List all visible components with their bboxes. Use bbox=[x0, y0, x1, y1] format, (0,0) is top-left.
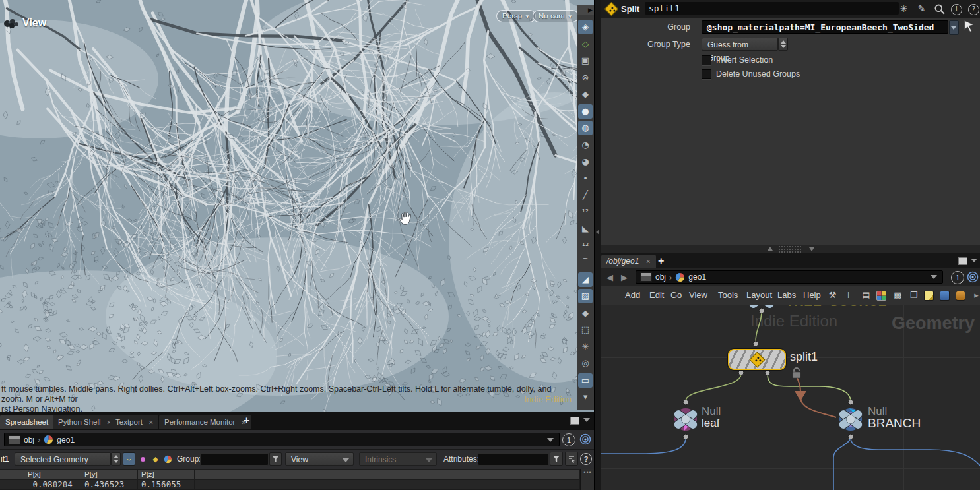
breadcrumb-node[interactable]: geo1 bbox=[57, 435, 75, 444]
ghost-other-objects-icon[interactable]: ◕ bbox=[578, 154, 593, 169]
help-icon[interactable]: ? bbox=[580, 453, 592, 465]
menu-labs[interactable]: Labs bbox=[777, 286, 796, 305]
selection-visibility-icon[interactable]: ◈ bbox=[578, 20, 593, 34]
background-image-icon[interactable] bbox=[940, 291, 950, 301]
path-dropdown-icon[interactable] bbox=[931, 275, 937, 279]
scroll-up-icon[interactable] bbox=[768, 247, 773, 251]
toolbar-overflow-icon[interactable]: ▸ bbox=[971, 290, 980, 301]
pane-maximize-icon[interactable] bbox=[958, 257, 967, 265]
menu-view[interactable]: View bbox=[689, 286, 707, 305]
tab-performance-monitor[interactable]: Performance Monitor✕ bbox=[159, 415, 251, 429]
sticky-note-icon[interactable] bbox=[924, 291, 934, 301]
scroll-down-icon[interactable] bbox=[809, 247, 814, 251]
collapse-left-icon[interactable] bbox=[596, 230, 599, 235]
invert-selection-checkbox[interactable] bbox=[702, 55, 711, 65]
network-breadcrumb[interactable]: obj › geo1 bbox=[636, 270, 943, 284]
prim-normals-icon[interactable]: ◣ bbox=[578, 222, 593, 236]
normal-lighting-icon[interactable]: ● bbox=[578, 104, 593, 119]
close-icon[interactable]: ✕ bbox=[148, 419, 154, 426]
group-filter-icon[interactable] bbox=[269, 452, 282, 466]
divider-grip[interactable] bbox=[596, 479, 601, 488]
shape-palette-icon[interactable]: ▩ bbox=[892, 290, 903, 301]
breadcrumb-node[interactable]: geo1 bbox=[688, 272, 706, 282]
nav-back-icon[interactable]: ◀ bbox=[606, 268, 613, 286]
brush-icon[interactable]: ✎ bbox=[916, 3, 927, 15]
point-numbers-icon[interactable]: ¹² bbox=[578, 205, 593, 220]
scroll-grip[interactable] bbox=[778, 245, 802, 253]
profile-curves-icon[interactable]: ⌒ bbox=[578, 255, 593, 270]
node-branch[interactable] bbox=[837, 408, 864, 431]
snapping-icon[interactable]: ◇ bbox=[578, 37, 593, 51]
point-normals-icon[interactable]: ╱ bbox=[578, 188, 593, 202]
breadcrumb-network[interactable]: obj bbox=[24, 435, 34, 444]
list-view-icon[interactable]: ▤ bbox=[861, 290, 872, 301]
column-header-pz[interactable]: P[z] bbox=[138, 470, 194, 479]
default-lighting-icon[interactable]: ◆ bbox=[578, 87, 593, 102]
scene-viewport[interactable]: View Persp▼ No cam▼ ft mouse tumbles. Mi… bbox=[0, 0, 594, 412]
display-points-icon[interactable]: • bbox=[578, 171, 593, 186]
hide-other-objects-icon[interactable]: ◔ bbox=[578, 138, 593, 152]
view-mode-dropdown[interactable]: View bbox=[285, 452, 354, 466]
geometry-spreadsheet-table[interactable]: P[x] P[y] P[z] -0.080204 0.436523 0.1560… bbox=[0, 469, 594, 490]
delete-unused-groups-checkbox[interactable] bbox=[702, 69, 711, 79]
tab-obj-geo1[interactable]: /obj/geo1✕ bbox=[601, 255, 656, 268]
link-number-badge[interactable]: 1 bbox=[562, 433, 575, 446]
point-marker-icon[interactable] bbox=[137, 452, 149, 466]
intrinsics-dropdown[interactable]: Intrinsics bbox=[359, 452, 437, 466]
nav-forward-icon[interactable]: ▶ bbox=[621, 268, 628, 286]
link-number-badge[interactable]: 1 bbox=[951, 271, 964, 284]
menu-tools[interactable]: Tools bbox=[718, 286, 738, 305]
origin-axis-icon[interactable]: ✳ bbox=[578, 340, 593, 354]
path-dropdown-icon[interactable] bbox=[547, 438, 554, 442]
attributes-filter-input[interactable] bbox=[478, 453, 549, 466]
headlight-off-icon[interactable]: ⊗ bbox=[578, 71, 593, 85]
new-tab-button[interactable]: + bbox=[658, 254, 664, 268]
menu-help[interactable]: Help bbox=[803, 286, 821, 305]
group-dropdown-icon[interactable] bbox=[949, 20, 959, 35]
material-shading-icon[interactable]: ◍ bbox=[578, 121, 593, 135]
follow-selection-icon[interactable] bbox=[565, 452, 578, 466]
group-parm-field[interactable]: @shop_materialpath=MI_EuropeanBeech_TwoS… bbox=[702, 20, 948, 34]
gear-menu-icon[interactable]: ✳ bbox=[898, 3, 909, 15]
prim-marker-icon[interactable] bbox=[162, 452, 174, 466]
vertex-marker-icon[interactable]: ◆ bbox=[149, 452, 162, 466]
tab-python-shell[interactable]: Python Shell✕ bbox=[53, 415, 117, 429]
table-scrollbar[interactable]: ••• bbox=[580, 469, 595, 490]
column-header-px[interactable]: P[x] bbox=[24, 470, 81, 479]
new-tab-button[interactable]: + bbox=[244, 413, 249, 428]
lock-handle-icon[interactable]: ▣ bbox=[578, 53, 593, 68]
node-split1[interactable] bbox=[728, 349, 786, 370]
pane-maximize-icon[interactable] bbox=[570, 417, 579, 425]
view-pivot-icon[interactable]: ◎ bbox=[578, 356, 593, 371]
node-name-field[interactable]: split1 bbox=[645, 2, 899, 15]
split-node-icon[interactable] bbox=[604, 2, 618, 16]
node-leaf[interactable] bbox=[672, 408, 699, 431]
selection-mode-dropdown[interactable]: Selected Geometry bbox=[15, 452, 111, 466]
layout-windows-icon[interactable]: ❐ bbox=[908, 290, 919, 301]
breadcrumb-network[interactable]: obj bbox=[655, 272, 666, 282]
breadcrumb[interactable]: obj › geo1 bbox=[4, 433, 560, 446]
pane-link-icon[interactable] bbox=[3, 18, 20, 30]
display-options-icon[interactable]: ◆ bbox=[578, 306, 593, 321]
menu-layout[interactable]: Layout bbox=[746, 286, 772, 305]
divider-grip[interactable] bbox=[596, 256, 601, 265]
transparency-icon[interactable]: ▨ bbox=[578, 289, 593, 303]
group-filter-input[interactable] bbox=[200, 453, 269, 466]
tab-textport[interactable]: Textport✕ bbox=[110, 415, 158, 429]
radial-menu-icon[interactable] bbox=[579, 433, 592, 446]
tree-view-icon[interactable]: ⊦ bbox=[844, 290, 855, 301]
menu-edit[interactable]: Edit bbox=[649, 286, 664, 305]
group-type-spinner[interactable] bbox=[778, 38, 788, 51]
tools-wrench-icon[interactable]: ⚒ bbox=[827, 290, 838, 301]
menu-go[interactable]: Go bbox=[670, 286, 682, 305]
network-canvas[interactable]: TREE_SOURCE Indie Edition Geometry bbox=[601, 305, 980, 490]
parameter-scroll-strip[interactable] bbox=[601, 245, 980, 254]
pane-menu-icon[interactable] bbox=[583, 418, 590, 422]
template-geometry-icon[interactable]: ⬚ bbox=[578, 322, 593, 337]
asset-box-icon[interactable] bbox=[956, 291, 965, 301]
close-icon[interactable]: ✕ bbox=[645, 259, 651, 265]
search-icon[interactable] bbox=[934, 3, 945, 15]
color-palette-icon[interactable] bbox=[876, 291, 886, 301]
viewport-layout-icon[interactable]: ▭ bbox=[578, 373, 593, 388]
projection-menu[interactable]: Persp▼ bbox=[496, 10, 536, 22]
